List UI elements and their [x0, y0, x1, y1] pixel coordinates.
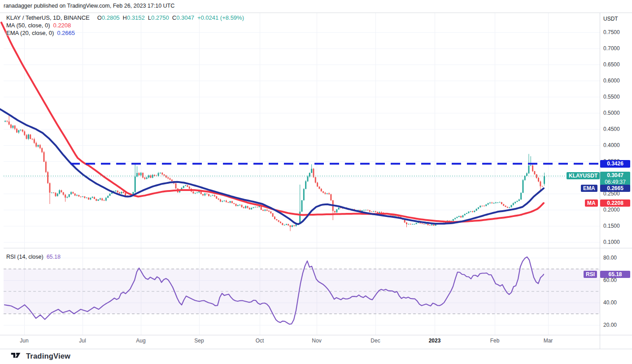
- rsi-axis-tick: 40.00: [603, 299, 617, 306]
- ema-value: 0.2665: [57, 30, 75, 36]
- time-axis-tick: Dec: [370, 338, 380, 344]
- rsi-price-label: 65.18: [600, 271, 630, 278]
- level-price-label: 0.3426: [600, 160, 630, 168]
- countdown-timer: 06:49:37: [600, 179, 630, 186]
- open-value: 0.2805: [102, 14, 120, 21]
- ma-price-label: 0.2208: [600, 199, 630, 207]
- rsi-tag: RSI: [584, 271, 597, 278]
- time-axis-tick: 2023: [429, 338, 441, 344]
- current-price-value: 0.3047: [600, 172, 630, 179]
- close-label: C: [172, 14, 176, 21]
- axis-currency-label: USDT: [603, 16, 618, 22]
- ema-label: EMA (20, close, 0): [6, 30, 54, 36]
- tradingview-logo[interactable]: TradingView: [11, 352, 70, 360]
- time-axis-tick: Sep: [194, 338, 204, 344]
- price-axis-tick: 0.1500: [603, 223, 620, 230]
- high-label: H: [123, 14, 127, 21]
- symbol-tag: KLAYUSDT: [567, 172, 600, 179]
- ema-price-label: 0.2665: [600, 185, 630, 192]
- ema20-line: [0, 109, 544, 224]
- legend-ema-row[interactable]: EMA (20, close, 0)0.2665: [6, 29, 244, 37]
- price-axis-tick: 0.5500: [603, 94, 620, 100]
- tradingview-published-chart: { "header": { "caption": "ranadagger pub…: [0, 0, 632, 364]
- low-value: 0.2750: [151, 14, 169, 21]
- rsi-legend-row[interactable]: RSI (14, close)65.18: [6, 254, 61, 260]
- ma-tag: MA: [585, 199, 598, 207]
- tradingview-logo-text: TradingView: [26, 352, 70, 360]
- price-axis-tick: 0.1000: [603, 239, 620, 246]
- rsi-label: RSI (14, close): [6, 254, 44, 260]
- time-axis-tick: Nov: [312, 338, 321, 344]
- ma-label: MA (50, close, 0): [6, 22, 50, 29]
- price-axis-tick: 0.6000: [603, 78, 620, 84]
- close-value: 0.3047: [176, 14, 194, 21]
- rsi-axis-tick: 80.00: [603, 255, 617, 261]
- published-caption: ranadagger published on TradingView.com,…: [4, 3, 174, 9]
- high-value: 0.3152: [127, 14, 145, 21]
- time-axis-tick: Feb: [490, 338, 500, 344]
- low-label: L: [148, 14, 151, 21]
- time-axis-tick: Aug: [136, 338, 145, 344]
- price-axis-tick: 0.7500: [603, 29, 620, 36]
- chart-canvas[interactable]: [0, 0, 632, 364]
- price-axis-tick: 0.7000: [603, 45, 620, 52]
- rsi-value: 65.18: [47, 254, 61, 260]
- time-axis-tick: Mar: [544, 338, 553, 344]
- chart-legend: KLAY / TetherUS, 1D, BINANCEO0.2805H0.31…: [6, 14, 244, 37]
- price-axis-tick: 0.4500: [603, 126, 620, 133]
- candlestick-layer: [4, 113, 545, 231]
- rsi-axis-tick: 20.00: [603, 322, 617, 329]
- ema-tag: EMA: [581, 185, 597, 192]
- current-price-label: 0.3047 06:49:37: [600, 172, 630, 186]
- time-axis-tick: Jun: [20, 338, 28, 344]
- change-value: +0.0241 (+8.59%): [197, 14, 244, 21]
- legend-symbol-row[interactable]: KLAY / TetherUS, 1D, BINANCEO0.2805H0.31…: [6, 14, 244, 22]
- open-label: O: [97, 14, 102, 21]
- price-axis-tick: 0.2000: [603, 207, 620, 213]
- ma-value: 0.2208: [53, 22, 71, 29]
- legend-ma-row[interactable]: MA (50, close, 0)0.2208: [6, 22, 244, 29]
- time-axis-tick: Jul: [79, 338, 86, 344]
- symbol-title: KLAY / TetherUS, 1D, BINANCE: [6, 14, 90, 21]
- price-axis-tick: 0.6500: [603, 61, 620, 68]
- time-axis-tick: Oct: [256, 338, 264, 344]
- price-axis-tick: 0.5000: [603, 110, 620, 117]
- tradingview-logo-icon: [11, 352, 23, 360]
- price-axis-tick: 0.4000: [603, 142, 620, 149]
